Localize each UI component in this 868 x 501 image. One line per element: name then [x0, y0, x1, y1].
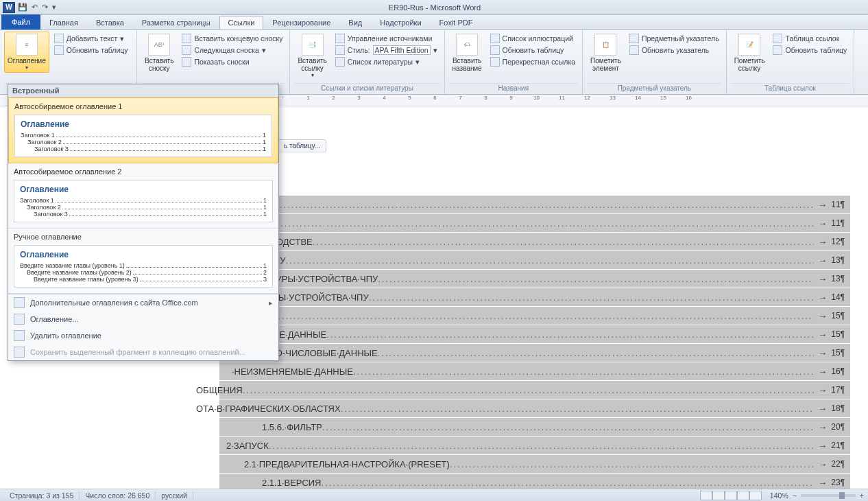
tab-home[interactable]: Главная	[40, 16, 87, 30]
gallery-custom-toc[interactable]: Оглавление...	[8, 311, 278, 327]
toc-entry[interactable]: ·БУКВЕННО-ЧИСЛОВЫЕ·ДАННЫЕ...............…	[219, 344, 850, 362]
toc-entry[interactable]: ФУНКЦИИ.................................…	[219, 214, 850, 232]
status-bar: Страница: 3 из 155 Число слов: 26 650 ру…	[0, 489, 868, 501]
group-index-label: Предметный указатель	[587, 83, 722, 93]
group-toa-label: Таблица ссылок	[731, 83, 850, 93]
insert-citation-button[interactable]: 📑 Вставить ссылку ▾	[294, 32, 330, 80]
add-text-button[interactable]: Добавить текст ▾	[51, 33, 131, 44]
cross-reference-button[interactable]: Перекрестная ссылка	[487, 56, 578, 67]
gallery-item-manual[interactable]: Ручное оглавление Оглавление Введите наз…	[8, 229, 278, 294]
mark-entry-icon: 📋	[594, 34, 616, 56]
toc-entry[interactable]: ........................................…	[219, 196, 850, 213]
status-words[interactable]: Число слов: 26 650	[80, 491, 156, 500]
view-buttons[interactable]	[700, 491, 762, 500]
toc-icon: ≡	[16, 34, 38, 56]
undo-icon[interactable]: ↶	[32, 3, 38, 12]
tab-foxit[interactable]: Foxit PDF	[431, 16, 482, 30]
tab-review[interactable]: Рецензирование	[263, 16, 339, 30]
mark-citation-button[interactable]: 📝 Пометить ссылку	[731, 32, 769, 74]
next-footnote-button[interactable]: Следующая сноска ▾	[179, 45, 285, 56]
toc-entry[interactable]: ИСАНИЕ·СТРАНИЦЫ·УСТРОЙСТВА·ЧПУ..........…	[219, 288, 850, 306]
toc-entry[interactable]: 2.1.1·ВЕРСИЯ............................…	[219, 474, 850, 489]
group-citations-label: Ссылки и списки литературы	[294, 83, 439, 93]
update-icon	[54, 45, 64, 55]
insert-endnote-button[interactable]: Вставить концевую сноску	[179, 33, 285, 44]
remove-icon	[14, 330, 25, 341]
toc-smarttag[interactable]: ь таблицу...	[278, 139, 326, 152]
update-figures-button[interactable]: Обновить таблицу	[487, 45, 578, 56]
zoom-in-icon[interactable]: +	[860, 491, 864, 500]
gallery-more-office[interactable]: Дополнительные оглавления с сайта Office…	[8, 294, 278, 311]
titlebar: W 💾 ↶ ↷ ▾ ER90-Rus - Microsoft Word	[0, 0, 868, 15]
app-icon[interactable]: W	[3, 2, 15, 13]
toc-entry[interactable]: 2.1·ПРЕДВАРИТЕЛЬНАЯ·НАСТРОЙКА·(PRESET)..…	[219, 455, 850, 473]
gallery-item-auto2[interactable]: Автособираемое оглавление 2 Оглавление З…	[8, 163, 278, 229]
toc-button[interactable]: ≡ Оглавление ▾	[4, 32, 49, 73]
tab-layout[interactable]: Разметка страницы	[133, 16, 219, 30]
mark-entry-button[interactable]: 📋 Пометить элемент	[587, 32, 625, 74]
chevron-right-icon: ▸	[269, 299, 273, 307]
ribbon-tabs: Файл Главная Вставка Разметка страницы С…	[0, 15, 868, 30]
tab-addins[interactable]: Надстройки	[371, 16, 430, 30]
insert-toa-button[interactable]: Таблица ссылок	[770, 33, 849, 44]
tab-insert[interactable]: Вставка	[87, 16, 133, 30]
insert-caption-button[interactable]: 🏷 Вставить название	[449, 32, 485, 74]
status-page[interactable]: Страница: 3 из 155	[4, 491, 80, 500]
toc-custom-icon	[14, 314, 25, 325]
toc-entry[interactable]: ОТА·В·ГРАФИЧЕСКИХ·ОБЛАСТЯХ..............…	[219, 399, 850, 417]
save-icon[interactable]: 💾	[18, 3, 27, 12]
tab-references[interactable]: Ссылки	[219, 16, 264, 30]
toc-gallery-dropdown: Встроенный Автособираемое оглавление 1 О…	[8, 84, 279, 361]
toc-entry[interactable]: Д·ДАННЫХ................................…	[219, 307, 850, 325]
toc-entry[interactable]: ·НЕИЗМЕНЯЕМЫЕ·ДАННЫЕ....................…	[219, 362, 850, 380]
citation-icon: 📑	[302, 34, 324, 56]
gallery-save-selection: Сохранить выделенный фрагмент в коллекци…	[8, 344, 278, 360]
update-toc-button[interactable]: Обновить таблицу	[51, 45, 131, 56]
add-text-icon	[54, 34, 64, 43]
toc-entry[interactable]: ·ЧИСЛОВЫЕ·ДАННЫЕ........................…	[219, 325, 850, 343]
footnote-icon: AB¹	[148, 34, 170, 56]
window-title: ER90-Rus - Microsoft Word	[56, 3, 813, 12]
toc-entry[interactable]: ИСАНИЕ·КЛАВИАТУРЫ·УСТРОЙСТВА·ЧПУ........…	[219, 270, 850, 288]
update-toa-button[interactable]: Обновить таблицу	[770, 45, 849, 56]
insert-footnote-button[interactable]: AB¹ Вставить сноску	[141, 32, 177, 74]
group-captions-label: Названия	[449, 83, 578, 93]
gallery-section-builtin: Встроенный	[8, 84, 278, 97]
insert-index-button[interactable]: Предметный указатель	[627, 33, 722, 44]
toc-entry[interactable]: ИСПОЛЬЗУЕМЫЕ·В·РУКОВОДСТВЕ..............…	[219, 233, 850, 250]
zoom-out-icon[interactable]: −	[793, 491, 797, 500]
redo-icon[interactable]: ↷	[42, 3, 48, 12]
update-index-button[interactable]: Обновить указатель	[627, 45, 722, 56]
gallery-item-auto1[interactable]: Автособираемое оглавление 1 Оглавление З…	[8, 97, 278, 163]
toc-entry[interactable]: ЗОВАНИЕ·УСТРОЙСТВА·ЧПУ..................…	[219, 251, 850, 269]
tab-file[interactable]: Файл	[1, 14, 40, 30]
tab-view[interactable]: Вид	[339, 16, 371, 30]
citation-style-select[interactable]: Стиль: APA Fifth Edition ▾	[333, 45, 440, 56]
manage-sources-button[interactable]: Управление источниками	[333, 33, 440, 44]
document-page: ........................................…	[213, 196, 857, 489]
toc-entry[interactable]: ОБЩЕНИЯ.................................…	[219, 381, 850, 399]
save-gallery-icon	[14, 347, 25, 358]
quick-access-toolbar: 💾 ↶ ↷ ▾	[18, 3, 56, 12]
office-icon	[14, 297, 25, 308]
zoom-slider[interactable]	[801, 494, 856, 497]
status-zoom[interactable]: 140%	[770, 491, 788, 500]
show-notes-button[interactable]: Показать сноски	[179, 56, 285, 67]
gallery-remove-toc[interactable]: Удалить оглавление	[8, 327, 278, 344]
toc-entry[interactable]: 2·ЗАПУСК................................…	[219, 436, 850, 454]
status-language[interactable]: русский	[156, 491, 193, 500]
caption-icon: 🏷	[456, 34, 478, 56]
table-of-figures-button[interactable]: Список иллюстраций	[487, 33, 578, 44]
mark-citation-icon: 📝	[738, 34, 760, 56]
bibliography-button[interactable]: Список литературы ▾	[333, 56, 440, 67]
toc-entry[interactable]: 1.5.6.·ФИЛЬТР...........................…	[219, 418, 850, 436]
